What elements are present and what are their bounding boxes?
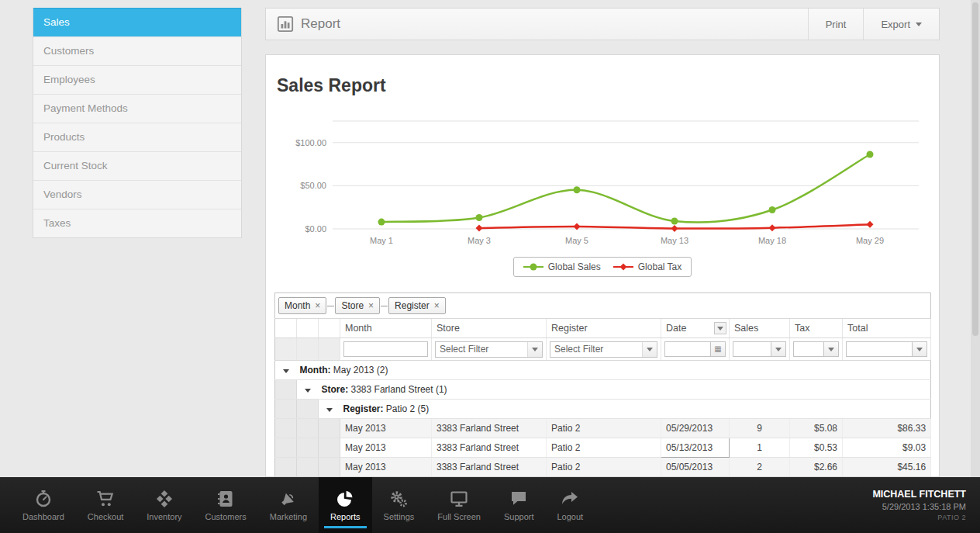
nav-item-support[interactable]: Support — [492, 477, 546, 533]
total-filter-dropdown-button[interactable] — [913, 341, 927, 357]
sidebar-item-current-stock[interactable]: Current Stock — [33, 151, 241, 180]
nav-item-checkout[interactable]: Checkout — [76, 477, 135, 533]
date-filter-dropdown-button[interactable] — [714, 322, 726, 334]
nav-item-reports[interactable]: Reports — [319, 477, 372, 533]
export-button[interactable]: Export — [863, 9, 939, 40]
sidebar-item-payment-methods[interactable]: Payment Methods — [33, 94, 241, 123]
total-filter-input[interactable] — [846, 341, 913, 357]
table-row[interactable]: May 2013 3383 Farland Street Patio 2 05/… — [275, 458, 931, 477]
group-chip-label: Register — [395, 300, 430, 311]
sidebar-item-sales[interactable]: Sales — [33, 8, 241, 36]
column-header-month[interactable]: Month — [340, 319, 432, 338]
cell-store: 3383 Farland Street — [432, 438, 547, 458]
nav-item-logout[interactable]: Logout — [546, 477, 595, 533]
column-header-total[interactable]: Total — [843, 319, 931, 338]
report-sidebar: Sales Customers Employees Payment Method… — [33, 8, 242, 238]
cart-icon — [95, 490, 116, 508]
store-filter-dropdown-button[interactable] — [527, 342, 542, 357]
group-row-month[interactable]: Month: May 2013 (2) — [275, 361, 931, 380]
chevron-down-icon — [775, 348, 782, 351]
sidebar-item-taxes[interactable]: Taxes — [33, 209, 241, 237]
group-row-store[interactable]: Store: 3383 Farland Street (1) — [275, 380, 931, 400]
scrollbar-thumb[interactable] — [972, 2, 978, 336]
nav-item-dashboard[interactable]: Dashboard — [11, 477, 76, 533]
date-filter-input[interactable] — [664, 341, 711, 357]
chart-legend[interactable]: Global SalesGlobal Tax — [513, 257, 692, 277]
column-header-tax[interactable]: Tax — [790, 319, 843, 338]
register-filter-dropdown-button[interactable] — [642, 342, 657, 357]
table-row[interactable]: May 2013 3383 Farland Street Patio 2 05/… — [275, 438, 931, 458]
svg-text:May 3: May 3 — [468, 236, 491, 245]
group-row-register-text: Register: Patio 2 (5) — [340, 400, 931, 419]
legend-label: Global Tax — [638, 261, 682, 272]
group-indent-cell — [275, 400, 297, 419]
close-icon[interactable]: × — [368, 301, 374, 310]
cell-date: 05/05/2013 — [661, 458, 730, 477]
cell-date: 05/29/2013 — [661, 419, 730, 438]
group-chip-store[interactable]: Store × — [335, 297, 380, 314]
sales-filter-dropdown-button[interactable] — [771, 341, 786, 357]
group-row-store-text: Store: 3383 Farland Street (1) — [319, 380, 931, 400]
month-filter-input[interactable] — [343, 341, 428, 357]
scrollbar[interactable] — [971, 0, 980, 477]
megaphone-icon — [278, 490, 298, 508]
group-row-register[interactable]: Register: Patio 2 (5) — [275, 400, 931, 419]
sidebar-item-vendors[interactable]: Vendors — [33, 180, 241, 209]
row-indent-cell — [297, 458, 319, 477]
register-filter-value: Select Filter — [554, 344, 642, 355]
cell-store: 3383 Farland Street — [432, 419, 547, 438]
nav-label: Logout — [557, 512, 584, 521]
nav-item-full-screen[interactable]: Full Screen — [426, 477, 492, 533]
svg-text:May 1: May 1 — [370, 236, 393, 245]
row-indent-cell — [297, 438, 319, 458]
register-filter-select[interactable]: Select Filter — [550, 341, 657, 358]
collapse-month-group-button[interactable] — [275, 361, 297, 380]
column-header-store[interactable]: Store — [432, 319, 547, 338]
chevron-down-icon — [916, 22, 922, 26]
sales-filter-input[interactable] — [733, 341, 771, 357]
gears-icon — [388, 490, 409, 508]
bar-chart-icon — [277, 16, 294, 33]
tax-filter-input[interactable] — [793, 341, 824, 357]
sidebar-item-products[interactable]: Products — [33, 123, 241, 151]
filter-indent-cell — [319, 338, 340, 361]
column-header-register[interactable]: Register — [547, 319, 661, 338]
store-filter-select[interactable]: Select Filter — [435, 341, 543, 358]
nav-item-marketing[interactable]: Marketing — [258, 477, 319, 533]
collapse-store-group-button[interactable] — [297, 380, 319, 400]
group-chip-register[interactable]: Register × — [388, 297, 446, 314]
filter-indent-cell — [275, 338, 297, 361]
legend-marker-icon — [523, 262, 543, 272]
column-header-date[interactable]: Date — [661, 319, 730, 338]
collapse-register-group-button[interactable] — [319, 400, 340, 419]
nav-item-inventory[interactable]: Inventory — [135, 477, 193, 533]
header-indent-cell — [319, 319, 340, 338]
chevron-down-icon — [532, 348, 538, 351]
logout-arrow-icon — [560, 490, 580, 508]
group-chip-label: Store — [341, 300, 364, 311]
cell-date-focused[interactable]: 05/13/2013 — [661, 438, 730, 458]
close-icon[interactable]: × — [315, 301, 320, 310]
svg-text:$100.00: $100.00 — [295, 138, 326, 147]
tax-filter-dropdown-button[interactable] — [824, 341, 839, 357]
cell-sales: 9 — [730, 419, 790, 438]
group-chip-month[interactable]: Month × — [278, 297, 326, 314]
sidebar-item-customers[interactable]: Customers — [33, 36, 241, 65]
group-label: Month: — [300, 365, 331, 376]
nav-label: Settings — [384, 512, 415, 521]
sidebar-item-employees[interactable]: Employees — [33, 65, 241, 94]
group-panel-row: Month × Store × Register × — [275, 293, 931, 319]
nav-item-customers[interactable]: Customers — [194, 477, 258, 533]
cell-tax: $0.53 — [790, 438, 843, 458]
row-indent-cell — [319, 438, 340, 458]
nav-item-settings[interactable]: Settings — [372, 477, 426, 533]
close-icon[interactable]: × — [434, 301, 440, 310]
print-button[interactable]: Print — [808, 9, 864, 40]
address-book-icon — [216, 490, 236, 508]
cell-total: $86.33 — [843, 419, 931, 438]
group-indent-cell — [275, 380, 297, 400]
column-header-sales[interactable]: Sales — [730, 319, 790, 338]
table-row[interactable]: May 2013 3383 Farland Street Patio 2 05/… — [275, 419, 931, 438]
group-panel: Month × Store × Register × — [275, 293, 931, 319]
date-picker-button[interactable]: ▦ — [711, 341, 726, 357]
